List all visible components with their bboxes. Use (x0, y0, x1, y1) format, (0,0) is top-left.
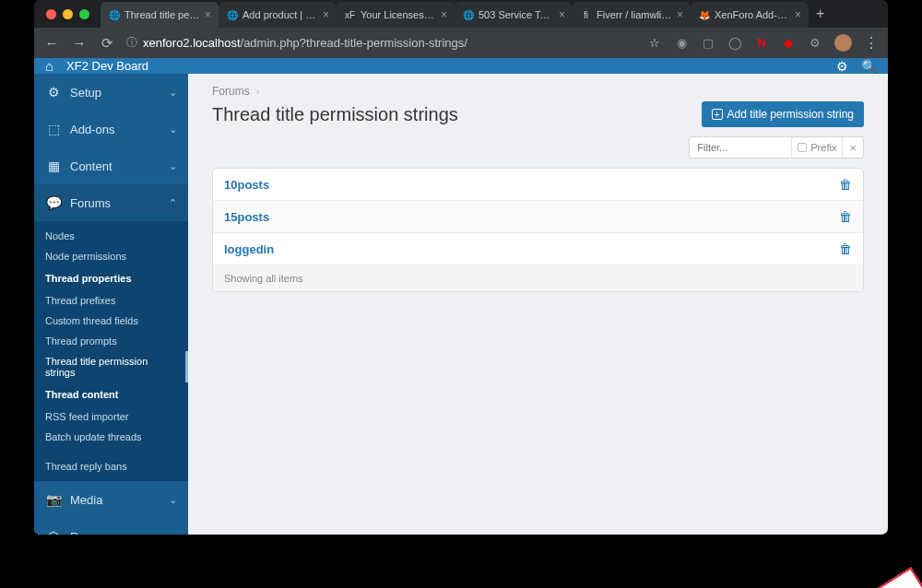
admin-settings-icon[interactable]: ⚙ (836, 59, 848, 74)
plus-icon: + (712, 109, 723, 120)
prefix-checkbox[interactable]: Prefix (791, 137, 842, 158)
tab-favicon: 🌐 (226, 9, 238, 21)
ext-icon-2[interactable]: ▢ (701, 36, 715, 51)
breadcrumb: Forums › (212, 85, 864, 98)
tab-close-icon[interactable]: × (677, 8, 683, 21)
url-domain: xenforo2.localhost (143, 36, 241, 50)
list-item[interactable]: 15posts🗑 (213, 201, 863, 233)
filter-input[interactable] (690, 142, 791, 153)
reload-button[interactable]: ⟳ (99, 35, 115, 52)
chevron-down-icon: ⌄ (169, 123, 177, 135)
browser-tab[interactable]: fiFiverr / liamwli / Shoppi× (573, 2, 691, 28)
tab-close-icon[interactable]: × (559, 8, 565, 21)
page-title: Thread title permission strings (212, 104, 458, 125)
browser-tab[interactable]: 🌐503 Service Temporaril× (455, 2, 573, 28)
ext-icon-3[interactable]: ◯ (727, 36, 742, 51)
window-titlebar: 🌐Thread title permission×🌐Add product | … (34, 0, 888, 28)
window-close-icon[interactable] (46, 9, 56, 19)
sidebar-item[interactable]: Custom thread fields (34, 311, 188, 331)
browser-tabs: 🌐Thread title permission×🌐Add product | … (100, 0, 809, 28)
tab-close-icon[interactable]: × (441, 8, 447, 21)
chevron-down-icon: ⌄ (169, 160, 177, 172)
list-item[interactable]: 10posts🗑 (213, 169, 863, 201)
add-button[interactable]: + Add title permission string (702, 101, 864, 127)
browser-toolbar: ← → ⟳ ⓘ xenforo2.localhost/admin.php?thr… (34, 28, 888, 58)
sidebar-section-resources[interactable]: ⬡Resources⌄ (34, 518, 188, 535)
browser-menu-icon[interactable]: ⋮ (864, 34, 879, 52)
section-label: Forums (70, 196, 111, 210)
sidebar-section-setup[interactable]: ⚙Setup⌄ (34, 74, 188, 111)
sidebar-section-add-ons[interactable]: ⬚Add-ons⌄ (34, 111, 188, 147)
item-list: 10posts🗑15posts🗑loggedin🗑Showing all ite… (212, 168, 864, 292)
browser-tab[interactable]: 🦊XenForo Add-Ons / Xe× (691, 2, 809, 28)
tab-close-icon[interactable]: × (205, 8, 211, 21)
clear-filter-icon[interactable]: × (842, 137, 863, 158)
tab-title: Thread title permission (124, 9, 200, 20)
ext-icon-5[interactable]: ◆ (781, 36, 796, 51)
sidebar-item[interactable]: Batch update threads (34, 427, 188, 447)
tab-favicon: 🌐 (462, 9, 474, 21)
bookmark-icon[interactable]: ☆ (647, 36, 662, 51)
app-title[interactable]: XF2 Dev Board (66, 59, 148, 73)
window-minimize-icon[interactable] (63, 9, 73, 19)
chevron-down-icon: ⌄ (169, 531, 177, 535)
sidebar-section-media[interactable]: 📷Media⌄ (34, 481, 188, 518)
netflix-icon[interactable]: N (754, 36, 769, 51)
tab-favicon: xF (344, 9, 356, 21)
delete-icon[interactable]: 🗑 (839, 209, 852, 224)
item-label: loggedin (224, 242, 274, 256)
filter-box: Prefix × (689, 136, 864, 159)
sidebar-item[interactable]: Thread reply bans (34, 456, 188, 476)
ext-icon-1[interactable]: ◉ (674, 36, 689, 51)
sidebar-item[interactable]: Thread prompts (34, 331, 188, 351)
tab-favicon: fi (580, 9, 592, 21)
chevron-up-icon: ⌃ (169, 197, 177, 209)
sidebar-item[interactable]: Node permissions (34, 246, 188, 266)
item-label: 15posts (224, 210, 269, 224)
sidebar-item[interactable]: RSS feed importer (34, 406, 188, 427)
delete-icon[interactable]: 🗑 (839, 241, 852, 256)
chevron-down-icon: ⌄ (169, 87, 177, 99)
info-icon: ⓘ (126, 35, 137, 51)
sidebar-item[interactable]: Thread title permission strings (34, 351, 188, 382)
tab-title: XenForo Add-Ons / Xe (715, 9, 790, 20)
tab-title: Add product | LW Addo (242, 9, 318, 20)
back-button[interactable]: ← (43, 35, 60, 51)
tab-favicon: 🌐 (108, 9, 120, 21)
list-item[interactable]: loggedin🗑 (213, 233, 863, 265)
chevron-down-icon: ⌄ (169, 494, 177, 506)
sidebar-section-forums[interactable]: 💬Forums⌃ (34, 184, 188, 221)
tab-title: 503 Service Temporaril (479, 9, 554, 20)
tab-title: Fiverr / liamwli / Shoppi (597, 9, 672, 20)
section-label: Add-ons (70, 123, 114, 136)
home-icon[interactable]: ⌂ (45, 58, 53, 74)
browser-tab[interactable]: 🌐Add product | LW Addo× (219, 2, 337, 28)
section-label: Resources (70, 530, 127, 535)
profile-avatar[interactable] (834, 34, 852, 52)
sidebar-subhead: Thread content (34, 382, 188, 406)
url-bar[interactable]: ⓘ xenforo2.localhost/admin.php?thread-ti… (126, 35, 636, 51)
checkbox-icon (798, 143, 807, 152)
forward-button[interactable]: → (71, 35, 88, 51)
search-icon[interactable]: 🔍 (861, 59, 877, 74)
sidebar: ⚙Setup⌄⬚Add-ons⌄▦Content⌄💬Forums⌃NodesNo… (34, 74, 188, 535)
section-icon: ⬚ (45, 122, 62, 136)
browser-tab[interactable]: 🌐Thread title permission× (100, 2, 219, 28)
section-icon: 💬 (45, 195, 62, 210)
tab-close-icon[interactable]: × (795, 8, 801, 21)
sidebar-item[interactable]: Thread prefixes (34, 290, 188, 311)
tab-close-icon[interactable]: × (323, 8, 329, 21)
sidebar-section-content[interactable]: ▦Content⌄ (34, 147, 188, 184)
watermark: XenVn.Com (753, 567, 922, 588)
settings-icon[interactable]: ⚙ (808, 36, 822, 51)
sidebar-item[interactable]: Nodes (34, 226, 188, 246)
breadcrumb-link[interactable]: Forums (212, 85, 250, 98)
section-icon: ⚙ (45, 85, 62, 100)
browser-tab[interactable]: xFYour Licenses | XenForo× (337, 2, 455, 28)
section-icon: ⬡ (45, 529, 62, 535)
app-header: ⌂ XF2 Dev Board ⚙ 🔍 (34, 58, 888, 74)
window-maximize-icon[interactable] (79, 9, 89, 19)
main-content: Forums › Thread title permission strings… (188, 74, 888, 535)
delete-icon[interactable]: 🗑 (839, 177, 852, 192)
new-tab-button[interactable]: + (809, 6, 832, 22)
